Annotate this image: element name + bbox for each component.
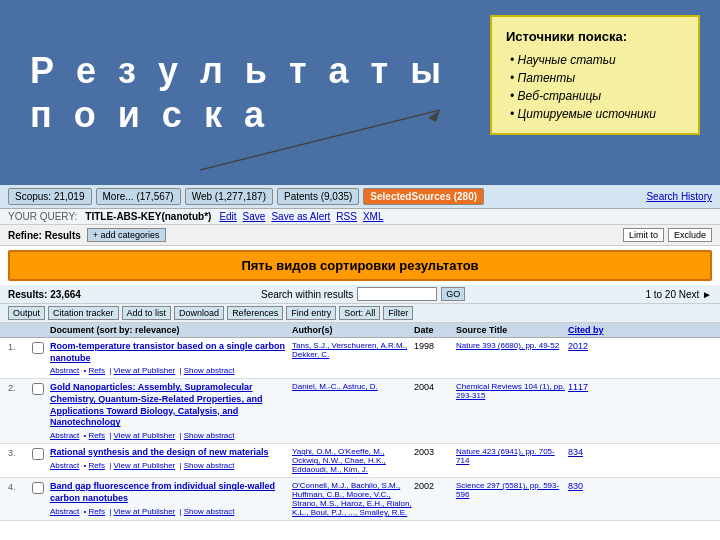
abstract-link-3[interactable]: Abstract: [50, 461, 79, 470]
column-headers: Document (sort by: relevance) Author(s) …: [0, 323, 720, 338]
table-row: 1. Room-temperature transistor based on …: [0, 338, 720, 379]
tab-selected-sources[interactable]: SelectedSources (280): [363, 188, 484, 205]
sort-button[interactable]: Sort: All: [339, 306, 380, 320]
result-cited-4[interactable]: 830: [568, 481, 618, 491]
action-row: Output Citation tracker Add to list Down…: [0, 304, 720, 323]
show-abstract-link-1[interactable]: Show abstract: [184, 366, 235, 375]
publisher-link-4[interactable]: View at Publisher: [114, 507, 176, 516]
result-num-1: 1.: [8, 341, 30, 352]
result-checkbox-3[interactable]: [32, 448, 44, 460]
show-abstract-link-2[interactable]: Show abstract: [184, 431, 235, 440]
add-to-list-button[interactable]: Add to list: [122, 306, 172, 320]
filter-button[interactable]: Filter: [383, 306, 413, 320]
result-num-3: 3.: [8, 447, 30, 458]
search-history-link[interactable]: Search History: [646, 191, 712, 202]
refine-label: Refine: Results: [8, 230, 81, 241]
result-authors-2[interactable]: Daniel, M.-C., Astruc, D.: [292, 382, 412, 391]
query-row: YOUR QUERY: TITLE-ABS-KEY(nanotub*) Edit…: [0, 209, 720, 225]
rss-link[interactable]: RSS: [336, 211, 357, 222]
save-link[interactable]: Save: [243, 211, 266, 222]
refs-link-1[interactable]: Refs: [89, 366, 105, 375]
col-cited[interactable]: Cited by: [568, 325, 618, 335]
result-links-2: Abstract • Refs | View at Publisher | Sh…: [50, 431, 290, 440]
xml-link[interactable]: XML: [363, 211, 384, 222]
result-source-2[interactable]: Chemical Reviews 104 (1), pp. 293-315: [456, 382, 566, 400]
result-title-2[interactable]: Gold Nanoparticles: Assembly, Supramolec…: [50, 382, 290, 429]
result-authors-3[interactable]: Yaghi, O.M., O'Keeffe, M., Ockwig, N.W.,…: [292, 447, 412, 474]
find-entry-button[interactable]: Find entry: [286, 306, 336, 320]
limit-button[interactable]: Limit to: [623, 228, 664, 242]
result-num-2: 2.: [8, 382, 30, 393]
table-row: 4. Band gap fluorescence from individual…: [0, 478, 720, 521]
result-cited-1[interactable]: 2012: [568, 341, 618, 351]
search-within-label: Search within results: [261, 289, 353, 300]
col-date: Date: [414, 325, 454, 335]
tab-web[interactable]: Web (1,277,187): [185, 188, 273, 205]
download-button[interactable]: Download: [174, 306, 224, 320]
exclude-button[interactable]: Exclude: [668, 228, 712, 242]
callout-title: Источники поиска:: [506, 27, 684, 47]
query-links: Edit Save Save as Alert RSS XML: [219, 211, 383, 222]
pagination[interactable]: 1 to 20 Next ►: [645, 289, 712, 300]
publisher-link-2[interactable]: View at Publisher: [114, 431, 176, 440]
output-button[interactable]: Output: [8, 306, 45, 320]
callout-item-2: Патенты: [510, 69, 684, 87]
tab-more[interactable]: More... (17,567): [96, 188, 181, 205]
result-date-3: 2003: [414, 447, 454, 457]
result-date-1: 1998: [414, 341, 454, 351]
sort-banner: Пять видов сортировки результатов: [8, 250, 712, 281]
top-section: Р е з у л ь т а т ы п о и с к а Источник…: [0, 0, 720, 185]
add-categories-button[interactable]: + add categories: [87, 228, 166, 242]
results-list: 1. Room-temperature transistor based on …: [0, 338, 720, 521]
callout-box: Источники поиска: Научные статьи Патенты…: [490, 15, 700, 135]
result-title-1[interactable]: Room-temperature transistor based on a s…: [50, 341, 290, 364]
result-source-4[interactable]: Science 297 (5581), pp. 593-596: [456, 481, 566, 499]
result-num-4: 4.: [8, 481, 30, 492]
result-source-3[interactable]: Nature 423 (6941), pp. 705-714: [456, 447, 566, 465]
tabs-row: Scopus: 21,019 More... (17,567) Web (1,2…: [0, 185, 720, 209]
result-cited-3[interactable]: 834: [568, 447, 618, 457]
abstract-link-2[interactable]: Abstract: [50, 431, 79, 440]
result-checkbox-1[interactable]: [32, 342, 44, 354]
query-value: TITLE-ABS-KEY(nanotub*): [85, 211, 211, 222]
abstract-link-4[interactable]: Abstract: [50, 507, 79, 516]
callout-item-4: Цитируемые источники: [510, 105, 684, 123]
callout-item-3: Веб-страницы: [510, 87, 684, 105]
refs-link-3[interactable]: Refs: [89, 461, 105, 470]
search-within-input[interactable]: [357, 287, 437, 301]
results-count: Results: 23,664: [8, 289, 81, 300]
edit-link[interactable]: Edit: [219, 211, 236, 222]
publisher-link-3[interactable]: View at Publisher: [114, 461, 176, 470]
show-abstract-link-3[interactable]: Show abstract: [184, 461, 235, 470]
refine-row: Refine: Results + add categories Limit t…: [0, 225, 720, 246]
references-button[interactable]: References: [227, 306, 283, 320]
result-title-3[interactable]: Rational synthesis and the design of new…: [50, 447, 290, 459]
result-checkbox-2[interactable]: [32, 383, 44, 395]
callout-item-1: Научные статьи: [510, 51, 684, 69]
results-toolbar: Results: 23,664 Search within results GO…: [0, 285, 720, 304]
result-links-1: Abstract • Refs | View at Publisher | Sh…: [50, 366, 290, 375]
tab-patents[interactable]: Patents (9,035): [277, 188, 359, 205]
save-alert-link[interactable]: Save as Alert: [271, 211, 330, 222]
result-date-4: 2002: [414, 481, 454, 491]
abstract-link-1[interactable]: Abstract: [50, 366, 79, 375]
tab-scopus[interactable]: Scopus: 21,019: [8, 188, 92, 205]
col-document: Document (sort by: relevance): [50, 325, 290, 335]
result-checkbox-4[interactable]: [32, 482, 44, 494]
show-abstract-link-4[interactable]: Show abstract: [184, 507, 235, 516]
result-links-4: Abstract • Refs | View at Publisher | Sh…: [50, 507, 290, 516]
refs-link-4[interactable]: Refs: [89, 507, 105, 516]
result-authors-4[interactable]: O'Connell, M.J., Bachilo, S.M., Huffman,…: [292, 481, 412, 517]
go-button[interactable]: GO: [441, 287, 465, 301]
result-source-1[interactable]: Nature 393 (6680), pp. 49-52: [456, 341, 566, 350]
result-cited-2[interactable]: 1117: [568, 382, 618, 392]
table-row: 3. Rational synthesis and the design of …: [0, 444, 720, 478]
search-within: Search within results GO: [261, 287, 465, 301]
page-title: Р е з у л ь т а т ы п о и с к а: [30, 49, 447, 135]
result-authors-1[interactable]: Tans, S.J., Verschueren, A.R.M., Dekker,…: [292, 341, 412, 359]
col-authors: Author(s): [292, 325, 412, 335]
publisher-link-1[interactable]: View at Publisher: [114, 366, 176, 375]
citation-tracker-button[interactable]: Citation tracker: [48, 306, 119, 320]
refs-link-2[interactable]: Refs: [89, 431, 105, 440]
result-title-4[interactable]: Band gap fluorescence from individual si…: [50, 481, 290, 504]
